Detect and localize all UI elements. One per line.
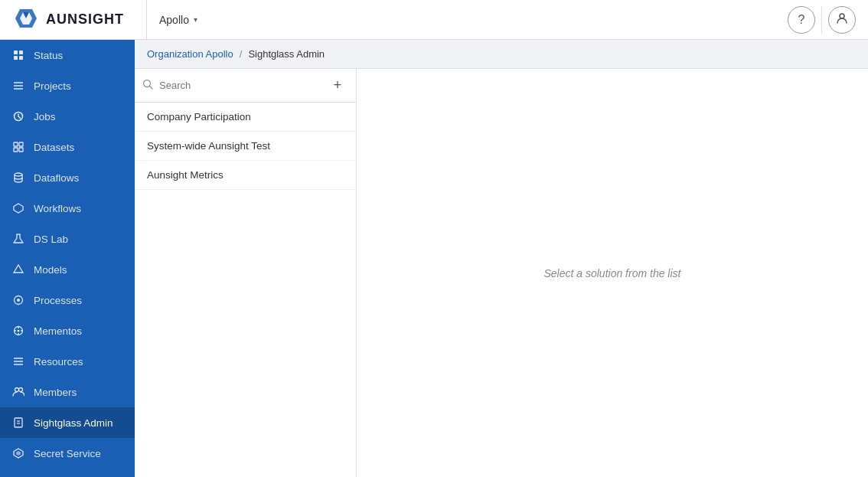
- projects-icon: [11, 78, 26, 93]
- sidebar-item-resources[interactable]: Resources: [0, 346, 135, 377]
- svg-rect-12: [14, 142, 18, 146]
- dataflows-icon: [11, 170, 26, 185]
- workflows-icon: [11, 201, 26, 216]
- svg-rect-6: [14, 56, 18, 60]
- svg-rect-33: [15, 418, 22, 427]
- sidebar-item-label-models: Models: [34, 264, 67, 276]
- datasets-icon: [11, 139, 26, 155]
- workspace-name: Apollo: [159, 14, 189, 26]
- models-icon: [11, 262, 26, 277]
- breadcrumb-current: Sightglass Admin: [248, 48, 325, 60]
- sidebar-item-jobs[interactable]: Jobs: [0, 101, 135, 132]
- solution-list: Company ParticipationSystem-wide Aunsigh…: [135, 103, 356, 190]
- resources-icon: [11, 354, 26, 369]
- detail-panel: Select a solution from the list: [357, 69, 868, 477]
- jobs-icon: [11, 109, 26, 124]
- sidebar-item-label-members: Members: [34, 387, 77, 398]
- sidebar-item-dataflows[interactable]: Dataflows: [0, 162, 135, 193]
- svg-rect-5: [19, 51, 23, 54]
- svg-point-16: [15, 173, 22, 176]
- svg-line-44: [150, 87, 153, 90]
- sidebar-item-workflows[interactable]: Workflows: [0, 193, 135, 224]
- nav-vertical-separator: [821, 6, 822, 34]
- main-layout: StatusProjectsJobsDatasetsDataflowsWorkf…: [0, 40, 868, 477]
- sidebar-item-label-datasets: Datasets: [34, 142, 74, 153]
- add-solution-button[interactable]: +: [327, 75, 348, 96]
- sidebar-item-label-status: Status: [34, 50, 63, 61]
- svg-rect-4: [14, 51, 18, 54]
- sidebar-item-datasets[interactable]: Datasets: [0, 132, 135, 162]
- list-item[interactable]: Aunsight Metrics: [135, 161, 356, 190]
- sidebar-item-label-projects: Projects: [34, 80, 71, 92]
- list-item[interactable]: System-wide Aunsight Test: [135, 132, 356, 161]
- help-button[interactable]: ?: [788, 6, 815, 34]
- svg-marker-37: [16, 451, 21, 456]
- logo-text: AUNSIGHT: [46, 11, 124, 28]
- sidebar-item-label-ds-lab: DS Lab: [34, 234, 68, 245]
- svg-rect-7: [19, 56, 23, 60]
- list-panel: + Company ParticipationSystem-wide Aunsi…: [135, 69, 357, 477]
- status-icon: [11, 47, 26, 63]
- svg-rect-15: [19, 148, 23, 152]
- sidebar-item-ds-lab[interactable]: DS Lab: [0, 224, 135, 254]
- sightglass-admin-icon: [11, 415, 26, 430]
- sidebar-item-label-workflows: Workflows: [34, 203, 81, 214]
- sidebar-item-label-jobs: Jobs: [34, 111, 56, 123]
- breadcrumb-link[interactable]: Organization Apollo: [147, 48, 233, 60]
- sidebar: StatusProjectsJobsDatasetsDataflowsWorkf…: [0, 40, 135, 477]
- sidebar-item-secret-service[interactable]: Secret Service: [0, 438, 135, 469]
- user-button[interactable]: [828, 6, 856, 34]
- ds-lab-icon: [11, 231, 26, 247]
- members-icon: [11, 384, 26, 400]
- sidebar-item-label-resources: Resources: [34, 356, 83, 368]
- detail-empty-message: Select a solution from the list: [544, 267, 681, 279]
- processes-icon: [11, 292, 26, 308]
- sidebar-item-models[interactable]: Models: [0, 254, 135, 285]
- sidebar-item-status[interactable]: Status: [0, 40, 135, 70]
- sidebar-item-members[interactable]: Members: [0, 377, 135, 407]
- user-icon: [836, 12, 848, 28]
- breadcrumb: Organization Apollo / Sightglass Admin: [135, 40, 868, 69]
- list-toolbar: +: [135, 69, 356, 103]
- sidebar-item-label-dataflows: Dataflows: [34, 172, 79, 184]
- sidebar-item-sightglass-admin[interactable]: Sightglass Admin: [0, 407, 135, 438]
- svg-rect-13: [19, 142, 23, 146]
- nav-separator: [146, 0, 147, 40]
- secret-service-icon: [11, 446, 26, 461]
- search-icon: [142, 79, 153, 92]
- chevron-down-icon: ▾: [194, 15, 197, 24]
- sidebar-item-label-processes: Processes: [34, 295, 82, 306]
- svg-point-23: [18, 330, 20, 332]
- svg-point-31: [15, 388, 19, 392]
- svg-point-3: [840, 14, 844, 18]
- sidebar-item-projects[interactable]: Projects: [0, 70, 135, 101]
- help-icon: ?: [798, 13, 805, 27]
- content-inner: + Company ParticipationSystem-wide Aunsi…: [135, 69, 868, 477]
- svg-point-21: [17, 299, 20, 302]
- top-nav: AUNSIGHT Apollo ▾ ?: [0, 0, 868, 40]
- logo-icon: [12, 6, 40, 34]
- sidebar-item-processes[interactable]: Processes: [0, 285, 135, 315]
- svg-marker-19: [14, 265, 23, 273]
- svg-marker-17: [14, 204, 23, 213]
- sidebar-item-label-mementos: Mementos: [34, 325, 82, 337]
- sidebar-item-label-secret-service: Secret Service: [34, 448, 101, 459]
- logo-area: AUNSIGHT: [12, 6, 146, 34]
- content-area: Organization Apollo / Sightglass Admin +: [135, 40, 868, 477]
- mementos-icon: [11, 323, 26, 338]
- search-input[interactable]: [159, 75, 321, 96]
- svg-point-32: [19, 388, 23, 392]
- breadcrumb-separator: /: [240, 48, 243, 60]
- list-item[interactable]: Company Participation: [135, 103, 356, 132]
- sidebar-item-query[interactable]: Query: [0, 469, 135, 477]
- workspace-selector[interactable]: Apollo ▾: [159, 14, 197, 26]
- svg-rect-14: [14, 148, 18, 152]
- sidebar-item-mementos[interactable]: Mementos: [0, 315, 135, 346]
- sidebar-item-label-sightglass-admin: Sightglass Admin: [34, 417, 113, 429]
- nav-right: ?: [788, 6, 856, 34]
